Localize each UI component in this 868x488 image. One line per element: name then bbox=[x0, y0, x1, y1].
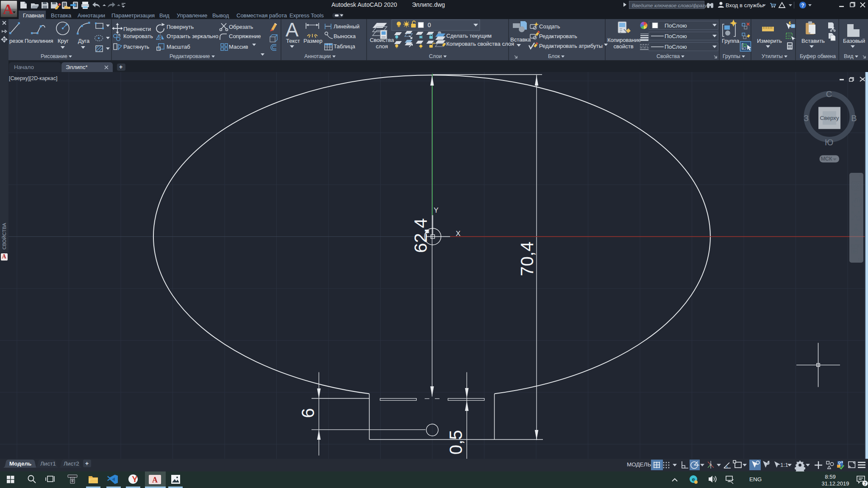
svg-text:Сверху: Сверху bbox=[820, 115, 839, 121]
svg-text:70,4: 70,4 bbox=[517, 241, 537, 276]
svg-text:?: ? bbox=[801, 3, 804, 8]
svg-text:0: 0 bbox=[428, 22, 431, 28]
svg-text:ПоСлою: ПоСлою bbox=[665, 44, 687, 50]
svg-text:X: X bbox=[456, 230, 460, 238]
svg-text:8:59: 8:59 bbox=[825, 474, 835, 480]
svg-text:А: А bbox=[286, 19, 299, 41]
svg-text:ПоСлою: ПоСлою bbox=[665, 22, 687, 29]
svg-text:С: С bbox=[826, 89, 832, 99]
svg-text:Ю: Ю bbox=[825, 138, 833, 147]
svg-text:6: 6 bbox=[298, 408, 318, 418]
svg-text:[Сверху][2D-каркас]: [Сверху][2D-каркас] bbox=[9, 75, 57, 81]
svg-text:31.12.2019: 31.12.2019 bbox=[821, 480, 849, 487]
svg-text:В: В bbox=[851, 114, 857, 123]
svg-text:Модель: Модель bbox=[9, 460, 31, 467]
svg-text:МСК: МСК bbox=[821, 156, 832, 162]
svg-text:Лист1: Лист1 bbox=[40, 460, 56, 467]
svg-text:ENG: ENG bbox=[749, 476, 762, 482]
svg-text:МОДЕЛЬ: МОДЕЛЬ bbox=[627, 461, 651, 468]
svg-text:0,5: 0,5 bbox=[446, 430, 466, 455]
svg-text:62,4: 62,4 bbox=[411, 218, 431, 253]
svg-text:+: + bbox=[85, 460, 89, 467]
svg-text:ПоСлою: ПоСлою bbox=[665, 33, 687, 39]
svg-text:7: 7 bbox=[864, 481, 866, 486]
svg-text:1:1: 1:1 bbox=[780, 462, 788, 468]
svg-text:СВОЙСТВА: СВОЙСТВА bbox=[2, 223, 7, 250]
svg-text:З: З bbox=[804, 114, 809, 123]
svg-text:Лист2: Лист2 bbox=[64, 460, 79, 467]
svg-text:A: A bbox=[3, 1, 14, 17]
svg-text:A: A bbox=[152, 476, 158, 484]
svg-text:Y: Y bbox=[434, 206, 438, 214]
